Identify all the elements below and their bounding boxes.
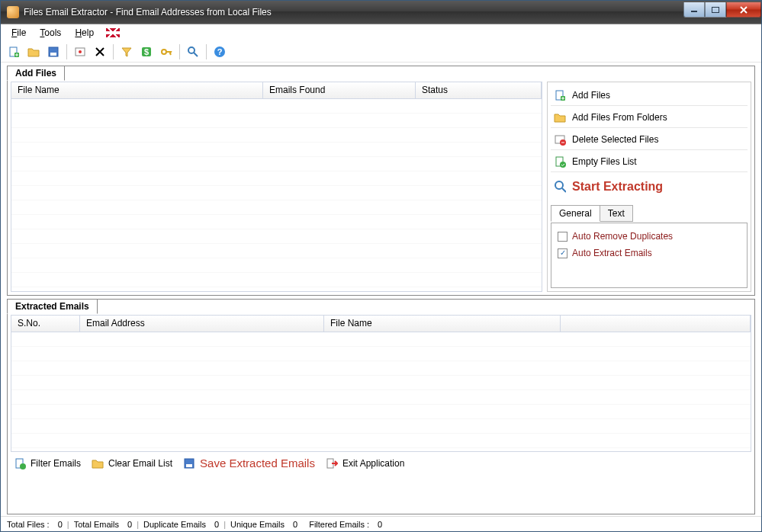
filter-emails-button[interactable]: Filter Emails: [14, 457, 81, 470]
add-folder-icon[interactable]: [25, 43, 42, 60]
side-panel: Add Files Add Files From Folders Delete …: [547, 82, 751, 292]
side-add-from-folders[interactable]: Add Files From Folders: [551, 107, 748, 128]
svg-rect-0: [691, 11, 697, 12]
key-icon[interactable]: [158, 43, 175, 60]
status-total-files-label: Total Files :: [7, 520, 50, 529]
exit-application-button[interactable]: Exit Application: [326, 457, 404, 470]
opt-auto-extract[interactable]: Auto Extract Emails: [558, 248, 741, 258]
svg-point-20: [555, 181, 563, 189]
filter-emails-label: Filter Emails: [31, 458, 81, 469]
opt-remove-duplicates[interactable]: Auto Remove Duplicates: [558, 231, 741, 242]
status-total-emails-label: Total Emails: [74, 520, 119, 529]
folder-icon: [92, 457, 104, 470]
maximize-button[interactable]: [705, 2, 726, 18]
extracted-tab: Extracted Emails: [7, 299, 98, 314]
save-icon: [183, 457, 195, 470]
menu-help[interactable]: Help: [69, 26, 100, 40]
empty-icon: [554, 155, 566, 168]
side-delete-label: Delete Selected Files: [572, 134, 658, 145]
status-filt-label: Filtered Emails :: [309, 520, 369, 529]
status-total-files-value: 0: [58, 520, 63, 529]
filter-icon[interactable]: [118, 43, 135, 60]
col-emails-found[interactable]: Emails Found: [263, 82, 416, 98]
side-add-files-label: Add Files: [572, 90, 610, 101]
flag-icon[interactable]: [106, 28, 120, 37]
status-dup-label: Duplicate Emails: [143, 520, 206, 529]
svg-rect-1: [712, 7, 719, 12]
settings-icon[interactable]: [72, 43, 88, 60]
exit-label: Exit Application: [342, 458, 404, 469]
side-add-folders-label: Add Files From Folders: [572, 112, 667, 123]
help-icon[interactable]: ?: [211, 43, 228, 60]
clear-email-label: Clear Email List: [108, 458, 172, 469]
client-area: File Tools Help $ ? Add Files: [1, 24, 761, 531]
svg-point-10: [162, 50, 166, 54]
svg-point-11: [188, 47, 195, 53]
minimize-button[interactable]: [683, 2, 705, 18]
col-sno[interactable]: S.No.: [11, 316, 80, 332]
add-files-tab: Add Files: [7, 66, 65, 81]
app-icon: [7, 6, 19, 18]
opt-auto-extract-label: Auto Extract Emails: [572, 248, 652, 258]
menu-tools[interactable]: Tools: [34, 26, 67, 40]
status-total-emails-value: 0: [127, 520, 132, 529]
clear-email-list-button[interactable]: Clear Email List: [92, 457, 172, 470]
window-title: Files Email Extractor - Find Email Addre…: [24, 7, 683, 18]
svg-point-7: [79, 50, 82, 53]
status-uniq-value: 0: [293, 520, 297, 529]
emails-table-body: [11, 332, 751, 451]
exit-icon: [326, 457, 338, 470]
emails-table[interactable]: S.No. Email Address File Name: [11, 315, 751, 452]
files-table[interactable]: File Name Emails Found Status: [11, 82, 542, 292]
svg-rect-24: [186, 464, 192, 467]
add-file-icon: [554, 89, 566, 101]
menu-file[interactable]: File: [5, 26, 32, 40]
side-empty-label: Empty Files List: [572, 156, 637, 167]
dollar-icon[interactable]: $: [138, 43, 155, 60]
bottom-actions: Filter Emails Clear Email List Save Extr…: [11, 452, 751, 471]
save-extracted-button[interactable]: Save Extracted Emails: [183, 457, 315, 470]
magnify-icon: [554, 181, 566, 193]
delete-icon[interactable]: [92, 43, 108, 60]
status-dup-value: 0: [214, 520, 219, 529]
filter-doc-icon: [14, 457, 26, 470]
status-uniq-label: Unique Emails: [230, 520, 285, 529]
svg-text:?: ?: [217, 47, 223, 56]
opt-remove-dup-label: Auto Remove Duplicates: [572, 231, 673, 242]
content: Add Files File Name Emails Found Status: [1, 62, 761, 516]
svg-point-22: [20, 463, 26, 470]
toolbar: $ ?: [1, 41, 761, 62]
add-file-icon[interactable]: [5, 43, 22, 60]
side-add-files[interactable]: Add Files: [551, 85, 748, 106]
statusbar: Total Files : 0 | Total Emails 0 | Dupli…: [1, 516, 761, 531]
save-extracted-label: Save Extracted Emails: [200, 457, 315, 470]
col-file-name[interactable]: File Name: [11, 82, 263, 98]
delete-icon: [554, 133, 566, 146]
extracted-emails-group: Extracted Emails S.No. Email Address Fil…: [7, 299, 755, 514]
side-empty-list[interactable]: Empty Files List: [551, 152, 748, 172]
search-icon[interactable]: [185, 43, 201, 60]
side-start-label: Start Extracting: [572, 180, 663, 194]
status-filt-value: 0: [378, 520, 382, 529]
window-controls: [683, 2, 761, 18]
titlebar: Files Email Extractor - Find Email Addre…: [1, 1, 761, 24]
col-status[interactable]: Status: [416, 82, 542, 98]
close-button[interactable]: [726, 2, 761, 18]
svg-point-19: [560, 162, 566, 168]
side-start-extracting[interactable]: Start Extracting: [551, 174, 748, 200]
save-icon[interactable]: [45, 43, 62, 60]
add-files-group: Add Files File Name Emails Found Status: [7, 66, 755, 296]
folder-icon: [554, 111, 566, 123]
menubar: File Tools Help: [1, 24, 761, 41]
checkbox-unchecked-icon: [558, 232, 567, 242]
files-table-wrap: File Name Emails Found Status: [11, 82, 542, 292]
tab-general[interactable]: General: [551, 205, 600, 222]
svg-text:$: $: [144, 47, 149, 56]
svg-rect-5: [50, 53, 56, 56]
tab-text[interactable]: Text: [600, 205, 633, 222]
files-table-body: [11, 99, 542, 291]
col-spacer: [561, 316, 751, 332]
side-delete-selected[interactable]: Delete Selected Files: [551, 130, 748, 150]
col-email-filename[interactable]: File Name: [324, 316, 561, 332]
col-email-address[interactable]: Email Address: [80, 316, 324, 332]
